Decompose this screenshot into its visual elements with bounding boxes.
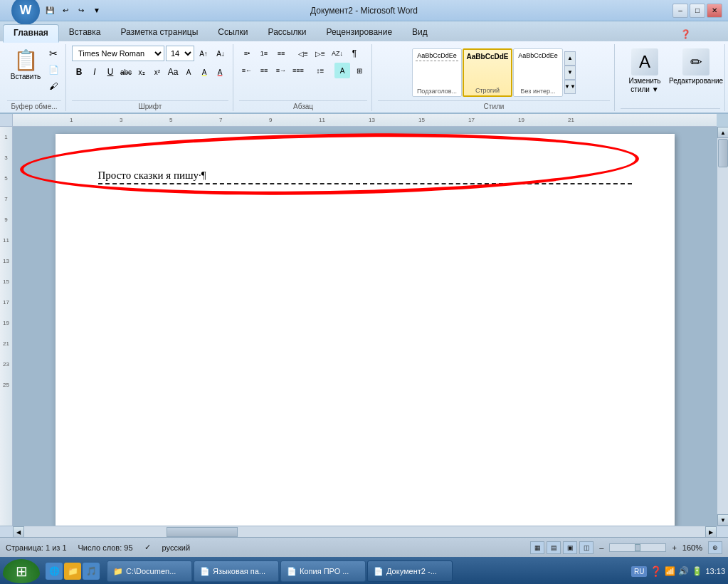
- style-no-spacing[interactable]: AaBbCcDdEe Без интер...: [513, 48, 563, 97]
- line-spacing-button[interactable]: ↕≡: [312, 63, 328, 78]
- help-button[interactable]: ❓: [678, 27, 692, 41]
- increase-font-btn[interactable]: A↑: [196, 46, 211, 61]
- increase-indent-button[interactable]: ▷≡: [312, 46, 328, 61]
- horizontal-scrollbar: ◀ ▶: [0, 526, 728, 537]
- folder-icon[interactable]: 📁: [64, 563, 81, 580]
- clock-time: 13:13: [705, 567, 725, 575]
- redo-quick-btn[interactable]: ↪: [74, 4, 88, 18]
- styles-scroll-up[interactable]: ▲: [564, 51, 576, 66]
- decrease-indent-button[interactable]: ◁≡: [295, 46, 311, 61]
- hscroll-track[interactable]: [24, 526, 705, 537]
- multilevel-list-button[interactable]: ≡≡: [273, 46, 289, 61]
- show-marks-button[interactable]: ¶: [347, 46, 362, 61]
- change-styles-icon: A: [631, 48, 658, 75]
- zoom-icon[interactable]: ⊕: [708, 541, 722, 554]
- taskbar-quick-launch: 🌐 📁 🎵: [46, 563, 100, 580]
- styles-scroll: ▲ ▼ ▼▼: [564, 51, 576, 94]
- cut-button[interactable]: ✂: [46, 46, 61, 61]
- vertical-scrollbar[interactable]: ▲ ▼: [717, 127, 728, 526]
- font-size-select[interactable]: 14: [166, 46, 194, 61]
- taskbar-item-doc2[interactable]: 📄 Документ2 -...: [367, 560, 453, 582]
- scrollbar-right-space: [717, 526, 728, 537]
- bullets-button[interactable]: ≡•: [239, 46, 255, 61]
- taskbar-tray: RU ❓ 📶 🔊 🔋 13:13: [631, 565, 725, 577]
- scroll-thumb[interactable]: [718, 139, 728, 167]
- style-strict[interactable]: AaBbCcDdE Строгий: [463, 48, 512, 97]
- zoom-in-btn[interactable]: +: [672, 543, 676, 552]
- maximize-button[interactable]: □: [690, 4, 705, 18]
- zoom-slider[interactable]: [609, 543, 666, 552]
- scroll-up-button[interactable]: ▲: [717, 127, 728, 138]
- view-fullscreen-btn[interactable]: ▤: [547, 541, 561, 554]
- taskbar-item-copy[interactable]: 📄 Копия ПРО ...: [280, 560, 366, 582]
- taskbar-item-explorer[interactable]: 📁 C:\Documen...: [107, 560, 192, 582]
- clear-format-button[interactable]: Aa: [166, 65, 180, 79]
- superscript-button[interactable]: x²: [150, 65, 164, 79]
- styles-scroll-down[interactable]: ▼: [564, 66, 576, 80]
- change-styles-button[interactable]: A Изменить стили ▼: [621, 46, 669, 97]
- tab-insert[interactable]: Вставка: [59, 23, 111, 41]
- tab-references[interactable]: Ссылки: [208, 23, 258, 41]
- title-bar: W 💾 ↩ ↪ ▼ Документ2 - Microsoft Word – □…: [0, 0, 728, 21]
- scroll-track[interactable]: [717, 138, 728, 514]
- edit-button[interactable]: ✏ Редактирование: [672, 46, 720, 88]
- italic-button[interactable]: I: [88, 65, 102, 79]
- subscript-button[interactable]: x₂: [134, 65, 149, 79]
- clipboard-buttons: 📋 Вставить ✂ 📄 🖌: [7, 44, 61, 100]
- customize-quick-btn[interactable]: ▼: [90, 4, 104, 18]
- view-outline-btn[interactable]: ◫: [579, 541, 594, 554]
- strikethrough-button[interactable]: abc: [119, 65, 133, 79]
- undo-quick-btn[interactable]: ↩: [58, 4, 73, 18]
- hscroll-thumb[interactable]: [167, 527, 238, 537]
- text-effects-button[interactable]: A: [181, 65, 196, 79]
- scroll-left-button[interactable]: ◀: [13, 526, 24, 538]
- sort-button[interactable]: AZ↓: [329, 46, 345, 61]
- decrease-font-btn[interactable]: A↓: [213, 46, 228, 61]
- font-name-select[interactable]: Times New Roman: [72, 46, 164, 61]
- zoom-thumb[interactable]: [635, 544, 640, 551]
- media-icon[interactable]: 🎵: [83, 563, 100, 580]
- align-center-button[interactable]: ≡≡: [256, 63, 272, 78]
- font-color-button[interactable]: A: [213, 65, 227, 79]
- office-button[interactable]: W: [11, 0, 40, 25]
- bold-button[interactable]: B: [72, 65, 86, 79]
- align-left-button[interactable]: ≡←: [239, 63, 255, 78]
- window-controls: – □ ✕: [672, 4, 722, 18]
- paste-button[interactable]: 📋 Вставить: [7, 46, 44, 83]
- justify-button[interactable]: ≡≡≡: [290, 63, 306, 78]
- highlight-button[interactable]: A: [197, 65, 211, 79]
- tab-view[interactable]: Вид: [402, 23, 438, 41]
- borders-button[interactable]: ⊞: [352, 63, 367, 78]
- numbering-button[interactable]: 1≡: [256, 46, 272, 61]
- copy-button[interactable]: 📄: [46, 62, 61, 78]
- document-container[interactable]: Просто сказки я пишу·¶: [13, 127, 717, 526]
- tab-mailings[interactable]: Рассылки: [258, 23, 317, 41]
- taskbar-item-explorer-label: C:\Documen...: [126, 567, 176, 575]
- tab-page-layout[interactable]: Разметка страницы: [110, 23, 208, 41]
- close-button[interactable]: ✕: [707, 4, 722, 18]
- tab-review[interactable]: Рецензирование: [316, 23, 402, 41]
- tab-home[interactable]: Главная: [3, 24, 59, 43]
- start-button[interactable]: ⊞: [3, 559, 40, 583]
- styles-expand[interactable]: ▼▼: [564, 80, 576, 94]
- ie-icon[interactable]: 🌐: [46, 563, 63, 580]
- zoom-out-btn[interactable]: –: [599, 543, 603, 552]
- taskbar-item-lang[interactable]: 📄 Языковая па...: [194, 560, 279, 582]
- volume-icon: 🔊: [678, 566, 689, 576]
- shading-button[interactable]: A: [334, 63, 350, 78]
- align-right-button[interactable]: ≡→: [273, 63, 289, 78]
- view-print-btn[interactable]: ▦: [530, 541, 544, 554]
- font-controls: Times New Roman 14 A↑ A↓ B I U abc x₂ x²…: [72, 44, 228, 100]
- document-text[interactable]: Просто сказки я пишу·¶: [98, 170, 632, 184]
- save-quick-btn[interactable]: 💾: [43, 4, 57, 18]
- view-web-btn[interactable]: ▣: [563, 541, 577, 554]
- minimize-button[interactable]: –: [672, 4, 688, 18]
- underline-button[interactable]: U: [103, 65, 117, 79]
- scroll-down-button[interactable]: ▼: [717, 514, 728, 526]
- style-subheading[interactable]: AaBbCcDdEe Подзаголов...: [412, 48, 462, 97]
- document-content: Просто сказки я пишу·¶: [98, 170, 632, 184]
- format-painter-button[interactable]: 🖌: [46, 78, 61, 94]
- scroll-right-button[interactable]: ▶: [705, 526, 717, 538]
- start-icon: ⊞: [16, 563, 28, 580]
- lang-indicator: RU: [631, 566, 647, 577]
